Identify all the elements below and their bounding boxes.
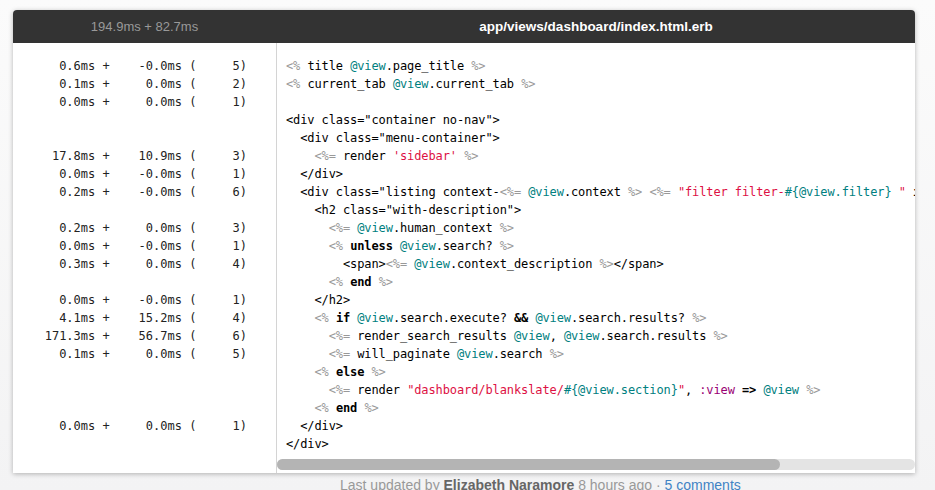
code-line: <%= will_paginate @view.search %> xyxy=(286,345,915,363)
timing-row xyxy=(13,111,247,129)
timing-row: 0.2ms + 0.0ms ( 3) xyxy=(13,219,247,237)
code-line: <%= render 'sidebar' %> xyxy=(286,147,915,165)
timing-row: 0.0ms + 0.0ms ( 1) xyxy=(13,417,247,435)
code-line: </div> xyxy=(286,165,915,183)
code-line: </h2> xyxy=(286,291,915,309)
timing-row xyxy=(13,273,247,291)
timing-row: 0.6ms + -0.0ms ( 5) xyxy=(13,57,247,75)
timing-row: 4.1ms + 15.2ms ( 4) xyxy=(13,309,247,327)
timing-row: 0.1ms + 0.0ms ( 2) xyxy=(13,75,247,93)
timing-row xyxy=(13,201,247,219)
code-line: <span><%= @view.context_description %></… xyxy=(286,255,915,273)
code-line: <% unless @view.search? %> xyxy=(286,237,915,255)
timing-row xyxy=(13,363,247,381)
timing-row: 0.0ms + -0.0ms ( 1) xyxy=(13,291,247,309)
timing-row xyxy=(13,399,247,417)
footer-time: 8 hours ago xyxy=(574,477,652,490)
code-line: <%= render_search_results @view, @view.s… xyxy=(286,327,915,345)
timing-row: 0.2ms + -0.0ms ( 6) xyxy=(13,183,247,201)
code-line: </div> xyxy=(286,417,915,435)
code-line: </div> xyxy=(286,435,915,453)
comments-link[interactable]: 5 comments xyxy=(665,477,741,490)
timing-row xyxy=(13,129,247,147)
code-line: <div class="container no-nav"> xyxy=(286,111,915,129)
timing-column: 0.6ms + -0.0ms ( 5) 0.1ms + 0.0ms ( 2) 0… xyxy=(13,43,276,473)
footer-author: Elizabeth Naramore xyxy=(444,477,575,490)
code-line: <h2 class="with-description"> xyxy=(286,201,915,219)
file-body: 0.6ms + -0.0ms ( 5) 0.1ms + 0.0ms ( 2) 0… xyxy=(13,43,915,473)
timing-row: 0.0ms + -0.0ms ( 1) xyxy=(13,237,247,255)
code-line: <% if @view.search.execute? && @view.sea… xyxy=(286,309,915,327)
timing-row xyxy=(13,381,247,399)
horizontal-scrollbar-track[interactable] xyxy=(277,459,915,470)
timing-row: 17.8ms + 10.9ms ( 3) xyxy=(13,147,247,165)
code-line: <% end %> xyxy=(286,273,915,291)
total-timing-label: 194.9ms + 82.7ms xyxy=(13,10,276,43)
code-line xyxy=(286,93,915,111)
code-line: <% end %> xyxy=(286,399,915,417)
file-header: 194.9ms + 82.7ms app/views/dashboard/ind… xyxy=(13,10,915,43)
code-line: <%= @view.human_context %> xyxy=(286,219,915,237)
last-updated-footer: Last updated by Elizabeth Naramore 8 hou… xyxy=(340,477,741,490)
timing-row xyxy=(13,435,247,453)
code-line: <%= render "dashboard/blankslate/#{@view… xyxy=(286,381,915,399)
code-panel: <% title @view.page_title %><% current_t… xyxy=(277,43,915,473)
code-line: <% current_tab @view.current_tab %> xyxy=(286,75,915,93)
footer-prefix: Last updated by xyxy=(340,477,444,490)
footer-separator: · xyxy=(652,477,664,490)
horizontal-scrollbar-thumb[interactable] xyxy=(277,459,780,470)
code-line: <% else %> xyxy=(286,363,915,381)
timing-row: 0.0ms + 0.0ms ( 1) xyxy=(13,93,247,111)
profiled-file-card: 194.9ms + 82.7ms app/views/dashboard/ind… xyxy=(13,10,915,473)
timing-row: 0.3ms + 0.0ms ( 4) xyxy=(13,255,247,273)
timing-row: 0.0ms + -0.0ms ( 1) xyxy=(13,165,247,183)
code-line: <div class="listing context-<%= @view.co… xyxy=(286,183,915,201)
timing-row: 171.3ms + 56.7ms ( 6) xyxy=(13,327,247,345)
code-line: <% title @view.page_title %> xyxy=(286,57,915,75)
timing-row: 0.1ms + 0.0ms ( 5) xyxy=(13,345,247,363)
file-path-label: app/views/dashboard/index.html.erb xyxy=(277,10,915,43)
code-content: <% title @view.page_title %><% current_t… xyxy=(286,57,915,453)
code-line: <div class="menu-container"> xyxy=(286,129,915,147)
